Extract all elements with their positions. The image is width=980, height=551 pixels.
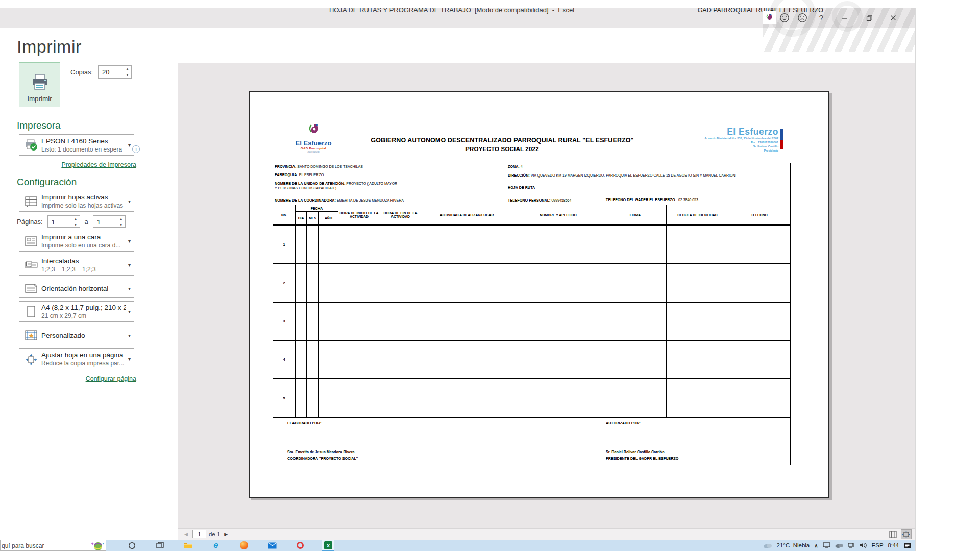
custom-margins-icon [23, 330, 39, 341]
autorizado-role: PRESIDENTE DEL GADPR EL ESFUERZO [606, 456, 678, 461]
chevron-down-icon: ▾ [128, 262, 131, 268]
elaborado-name: Sra. Emerita de Jesus Mendoza Rivera [287, 449, 354, 454]
pages-to-down-icon[interactable]: ▼ [117, 222, 125, 228]
weather-cloud-icon [763, 542, 772, 548]
copies-value[interactable]: 20 [99, 66, 124, 78]
header-no: No. [273, 205, 296, 224]
logo-left-name: El Esfuerzo [283, 139, 344, 147]
opera-icon[interactable] [294, 540, 306, 551]
chevron-down-icon: ▾ [128, 356, 131, 362]
chevron-down-icon: ▾ [128, 142, 131, 148]
excel-taskbar-icon[interactable]: x [322, 540, 334, 551]
pages-to-value[interactable]: 1 [93, 216, 117, 227]
autorizado-label: AUTORIZADO POR: [606, 421, 641, 425]
duplex-dropdown[interactable]: Imprimir a una cara Imprime solo en una … [19, 231, 134, 252]
print-button-label: Imprimir [27, 95, 52, 103]
signature-section: ELABORADO POR: AUTORIZADO POR: Sra. Emer… [273, 418, 790, 465]
mail-icon[interactable] [266, 540, 278, 551]
page-number-input[interactable]: 1 [192, 530, 206, 538]
pages-from-value[interactable]: 1 [48, 216, 72, 227]
collation-dropdown[interactable]: Intercaladas 1;2;3 1;2;3 1;2;3 ▾ [19, 255, 134, 276]
scaling-dropdown[interactable]: Ajustar hoja en una página Reduce la cop… [19, 348, 134, 369]
task-view-icon[interactable] [154, 540, 166, 551]
help-icon[interactable]: ? [815, 10, 828, 26]
feedback-frown-icon[interactable] [794, 10, 811, 26]
pages-label: Páginas: [17, 218, 43, 226]
close-button[interactable] [886, 8, 901, 28]
firefox-icon[interactable] [238, 540, 250, 551]
orientation-dropdown[interactable]: Orientación horizontal ▾ [19, 279, 134, 298]
onedrive-icon[interactable] [835, 543, 843, 548]
settings-section-heading: Configuración [17, 177, 178, 188]
one-sided-page-icon [23, 236, 39, 247]
restore-button[interactable] [862, 8, 877, 28]
chevron-down-icon: ▾ [128, 309, 131, 314]
weather-label[interactable]: 21°C Niebla [777, 542, 810, 548]
cortana-icon[interactable] [126, 540, 138, 551]
clock[interactable]: 8:44 [888, 543, 899, 548]
show-margins-button[interactable] [888, 529, 898, 539]
internet-explorer-icon[interactable]: e [210, 540, 222, 551]
header-fecha: FECHA [296, 205, 338, 212]
pages-from-down-icon[interactable]: ▼ [72, 222, 80, 228]
copies-label: Copias: [70, 68, 93, 76]
printer-info-icon[interactable]: i [132, 145, 140, 153]
info-row-parroquia: PARROQUIA: EL ESFUERZO DIRECCIÓN: VIA QU… [273, 171, 790, 180]
print-button[interactable]: Imprimir [19, 62, 60, 107]
pages-from-stepper[interactable]: 1 ▲ ▼ [47, 215, 80, 228]
printer-status-icon [23, 138, 39, 152]
search-doodle-icon[interactable] [91, 541, 104, 551]
file-explorer-icon[interactable] [182, 540, 194, 551]
print-backstage-panel: Imprimir Imprimir Copias: 20 ▲ ▼ [0, 28, 178, 540]
chevron-down-icon: ▾ [128, 198, 131, 204]
zoom-to-page-button[interactable] [901, 529, 912, 539]
previous-page-icon[interactable]: ◀ [182, 532, 190, 537]
logo-left-script: parroquia [283, 150, 344, 153]
org-logo-icon [304, 122, 323, 137]
document-logo-right: El Esfuerzo Acuerdo Ministerial No. 352,… [703, 128, 783, 153]
zoom-to-page-icon [902, 531, 910, 538]
margins-dropdown[interactable]: Personalizado ▾ [19, 325, 134, 345]
pages-to-up-icon[interactable]: ▲ [117, 216, 125, 222]
volume-icon[interactable] [860, 542, 867, 548]
header-mes: MES [307, 212, 319, 224]
taskbar-search-box[interactable]: quí para buscar [0, 540, 106, 551]
copies-up-icon[interactable]: ▲ [124, 66, 131, 72]
header-fecha-group: FECHA DIA MES AÑO [296, 205, 338, 224]
account-avatar[interactable] [763, 11, 776, 24]
paper-size-dropdown[interactable]: A4 (8,2 x 11,7 pulg.; 210 x 29... 21 cm … [19, 301, 134, 322]
preview-page: El Esfuerzo GAD Parroquial parroquia GOB… [249, 91, 829, 498]
taskbar: quí para buscar e x 21°C Niebla ∧ ESP 8:… [0, 540, 915, 551]
logo-right-name: El Esfuerzo [703, 128, 778, 136]
feedback-smile-icon[interactable] [776, 10, 793, 26]
copies-down-icon[interactable]: ▼ [124, 72, 131, 78]
printer-properties-link[interactable]: Propiedades de impresora [19, 161, 136, 168]
printer-selector[interactable]: EPSON L4160 Series Listo: 1 documento en… [19, 134, 134, 156]
logo-right-bar [780, 129, 783, 149]
route-sheet-table: PROVINCIA: SANTO DOMINGO DE LOS TSACHILA… [273, 163, 791, 465]
preview-nav-bar: ◀ 1 de 1 ▶ [178, 528, 915, 540]
next-page-icon[interactable]: ▶ [222, 532, 230, 537]
notification-center-icon[interactable] [903, 542, 911, 549]
print-what-dropdown[interactable]: Imprimir hojas activas Imprime solo las … [19, 191, 134, 212]
copies-stepper[interactable]: 20 ▲ ▼ [98, 65, 132, 79]
chevron-down-icon: ▾ [128, 238, 131, 244]
pages-from-up-icon[interactable]: ▲ [72, 216, 80, 222]
active-sheets-icon [23, 196, 39, 207]
chevron-down-icon: ▾ [128, 333, 131, 338]
minimize-button[interactable] [837, 8, 852, 28]
landscape-page-icon [23, 283, 39, 293]
page-setup-link[interactable]: Configurar página [19, 375, 136, 382]
network-icon[interactable] [848, 542, 855, 548]
page-title: Imprimir [17, 37, 178, 57]
screen: { "icons": { "caret_down": "▾", "chevron… [0, 0, 980, 551]
printer-status: Listo: 1 documento en espera [41, 146, 126, 153]
search-placeholder: quí para buscar [2, 542, 44, 549]
monitor-icon[interactable] [823, 542, 830, 548]
table-row: 2 [273, 264, 790, 303]
language-indicator[interactable]: ESP [872, 542, 884, 548]
table-row: 3 [273, 303, 790, 341]
tray-chevron-up-icon[interactable]: ∧ [814, 543, 818, 548]
pages-to-label: a [85, 218, 88, 226]
pages-to-stepper[interactable]: 1 ▲ ▼ [93, 215, 126, 228]
